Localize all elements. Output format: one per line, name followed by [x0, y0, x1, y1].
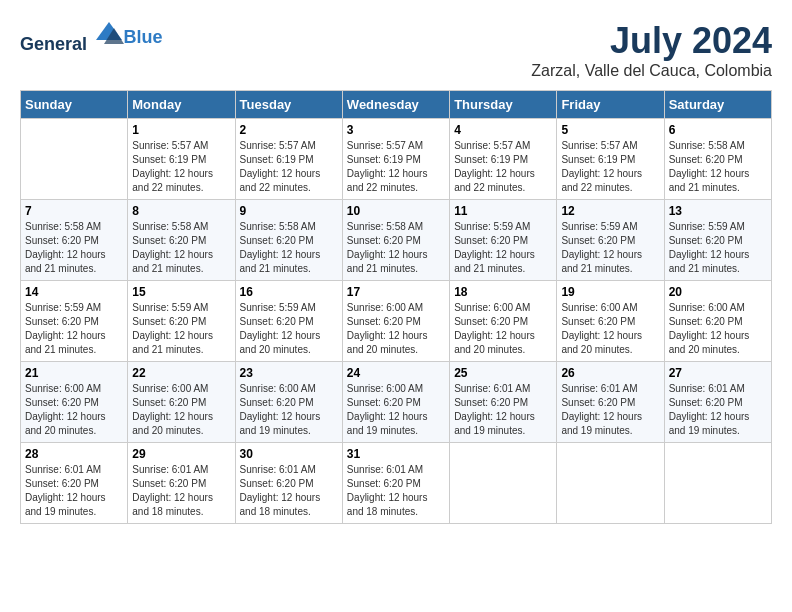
logo-icon	[94, 20, 124, 50]
calendar-cell: 8Sunrise: 5:58 AM Sunset: 6:20 PM Daylig…	[128, 200, 235, 281]
day-info: Sunrise: 6:00 AM Sunset: 6:20 PM Dayligh…	[669, 301, 767, 357]
day-number: 28	[25, 447, 123, 461]
calendar-cell: 25Sunrise: 6:01 AM Sunset: 6:20 PM Dayli…	[450, 362, 557, 443]
header-day-friday: Friday	[557, 91, 664, 119]
logo-general: General	[20, 34, 87, 54]
week-row-2: 7Sunrise: 5:58 AM Sunset: 6:20 PM Daylig…	[21, 200, 772, 281]
calendar-cell: 16Sunrise: 5:59 AM Sunset: 6:20 PM Dayli…	[235, 281, 342, 362]
day-info: Sunrise: 5:57 AM Sunset: 6:19 PM Dayligh…	[347, 139, 445, 195]
day-number: 22	[132, 366, 230, 380]
header: General Blue July 2024 Zarzal, Valle del…	[20, 20, 772, 80]
title-section: July 2024 Zarzal, Valle del Cauca, Colom…	[531, 20, 772, 80]
main-title: July 2024	[531, 20, 772, 62]
day-info: Sunrise: 5:57 AM Sunset: 6:19 PM Dayligh…	[240, 139, 338, 195]
calendar-cell: 1Sunrise: 5:57 AM Sunset: 6:19 PM Daylig…	[128, 119, 235, 200]
calendar-cell	[557, 443, 664, 524]
header-day-sunday: Sunday	[21, 91, 128, 119]
day-info: Sunrise: 6:01 AM Sunset: 6:20 PM Dayligh…	[132, 463, 230, 519]
day-number: 6	[669, 123, 767, 137]
calendar-cell: 30Sunrise: 6:01 AM Sunset: 6:20 PM Dayli…	[235, 443, 342, 524]
day-info: Sunrise: 6:01 AM Sunset: 6:20 PM Dayligh…	[454, 382, 552, 438]
calendar-cell: 3Sunrise: 5:57 AM Sunset: 6:19 PM Daylig…	[342, 119, 449, 200]
calendar-cell: 7Sunrise: 5:58 AM Sunset: 6:20 PM Daylig…	[21, 200, 128, 281]
day-number: 16	[240, 285, 338, 299]
calendar-cell: 4Sunrise: 5:57 AM Sunset: 6:19 PM Daylig…	[450, 119, 557, 200]
calendar-cell: 9Sunrise: 5:58 AM Sunset: 6:20 PM Daylig…	[235, 200, 342, 281]
day-number: 29	[132, 447, 230, 461]
day-info: Sunrise: 5:58 AM Sunset: 6:20 PM Dayligh…	[132, 220, 230, 276]
day-info: Sunrise: 6:00 AM Sunset: 6:20 PM Dayligh…	[347, 382, 445, 438]
day-info: Sunrise: 5:59 AM Sunset: 6:20 PM Dayligh…	[240, 301, 338, 357]
calendar-cell: 21Sunrise: 6:00 AM Sunset: 6:20 PM Dayli…	[21, 362, 128, 443]
day-number: 9	[240, 204, 338, 218]
day-info: Sunrise: 6:00 AM Sunset: 6:20 PM Dayligh…	[561, 301, 659, 357]
day-info: Sunrise: 5:57 AM Sunset: 6:19 PM Dayligh…	[454, 139, 552, 195]
day-number: 26	[561, 366, 659, 380]
day-number: 2	[240, 123, 338, 137]
day-info: Sunrise: 5:59 AM Sunset: 6:20 PM Dayligh…	[454, 220, 552, 276]
day-number: 31	[347, 447, 445, 461]
header-day-thursday: Thursday	[450, 91, 557, 119]
calendar-cell: 28Sunrise: 6:01 AM Sunset: 6:20 PM Dayli…	[21, 443, 128, 524]
day-info: Sunrise: 5:59 AM Sunset: 6:20 PM Dayligh…	[561, 220, 659, 276]
header-day-tuesday: Tuesday	[235, 91, 342, 119]
calendar-header: SundayMondayTuesdayWednesdayThursdayFrid…	[21, 91, 772, 119]
calendar-cell: 12Sunrise: 5:59 AM Sunset: 6:20 PM Dayli…	[557, 200, 664, 281]
day-info: Sunrise: 6:01 AM Sunset: 6:20 PM Dayligh…	[561, 382, 659, 438]
day-number: 3	[347, 123, 445, 137]
day-number: 11	[454, 204, 552, 218]
calendar-cell: 24Sunrise: 6:00 AM Sunset: 6:20 PM Dayli…	[342, 362, 449, 443]
calendar-cell: 18Sunrise: 6:00 AM Sunset: 6:20 PM Dayli…	[450, 281, 557, 362]
week-row-4: 21Sunrise: 6:00 AM Sunset: 6:20 PM Dayli…	[21, 362, 772, 443]
logo-blue: Blue	[124, 27, 163, 48]
day-info: Sunrise: 6:01 AM Sunset: 6:20 PM Dayligh…	[25, 463, 123, 519]
day-number: 14	[25, 285, 123, 299]
day-number: 7	[25, 204, 123, 218]
calendar-cell: 13Sunrise: 5:59 AM Sunset: 6:20 PM Dayli…	[664, 200, 771, 281]
day-number: 25	[454, 366, 552, 380]
calendar-cell: 15Sunrise: 5:59 AM Sunset: 6:20 PM Dayli…	[128, 281, 235, 362]
day-number: 19	[561, 285, 659, 299]
calendar-cell: 5Sunrise: 5:57 AM Sunset: 6:19 PM Daylig…	[557, 119, 664, 200]
calendar-body: 1Sunrise: 5:57 AM Sunset: 6:19 PM Daylig…	[21, 119, 772, 524]
day-number: 10	[347, 204, 445, 218]
day-number: 24	[347, 366, 445, 380]
day-info: Sunrise: 5:58 AM Sunset: 6:20 PM Dayligh…	[669, 139, 767, 195]
day-info: Sunrise: 5:58 AM Sunset: 6:20 PM Dayligh…	[347, 220, 445, 276]
day-info: Sunrise: 5:59 AM Sunset: 6:20 PM Dayligh…	[669, 220, 767, 276]
week-row-3: 14Sunrise: 5:59 AM Sunset: 6:20 PM Dayli…	[21, 281, 772, 362]
calendar-cell: 11Sunrise: 5:59 AM Sunset: 6:20 PM Dayli…	[450, 200, 557, 281]
day-number: 5	[561, 123, 659, 137]
day-number: 27	[669, 366, 767, 380]
calendar-cell: 19Sunrise: 6:00 AM Sunset: 6:20 PM Dayli…	[557, 281, 664, 362]
calendar-cell: 14Sunrise: 5:59 AM Sunset: 6:20 PM Dayli…	[21, 281, 128, 362]
header-day-monday: Monday	[128, 91, 235, 119]
day-number: 20	[669, 285, 767, 299]
calendar-cell: 27Sunrise: 6:01 AM Sunset: 6:20 PM Dayli…	[664, 362, 771, 443]
day-info: Sunrise: 5:58 AM Sunset: 6:20 PM Dayligh…	[240, 220, 338, 276]
header-row: SundayMondayTuesdayWednesdayThursdayFrid…	[21, 91, 772, 119]
calendar-cell	[450, 443, 557, 524]
day-info: Sunrise: 6:01 AM Sunset: 6:20 PM Dayligh…	[347, 463, 445, 519]
week-row-5: 28Sunrise: 6:01 AM Sunset: 6:20 PM Dayli…	[21, 443, 772, 524]
calendar-cell: 22Sunrise: 6:00 AM Sunset: 6:20 PM Dayli…	[128, 362, 235, 443]
header-day-saturday: Saturday	[664, 91, 771, 119]
day-info: Sunrise: 6:00 AM Sunset: 6:20 PM Dayligh…	[240, 382, 338, 438]
day-info: Sunrise: 5:57 AM Sunset: 6:19 PM Dayligh…	[561, 139, 659, 195]
day-number: 18	[454, 285, 552, 299]
week-row-1: 1Sunrise: 5:57 AM Sunset: 6:19 PM Daylig…	[21, 119, 772, 200]
day-info: Sunrise: 5:57 AM Sunset: 6:19 PM Dayligh…	[132, 139, 230, 195]
calendar-cell: 29Sunrise: 6:01 AM Sunset: 6:20 PM Dayli…	[128, 443, 235, 524]
calendar-table: SundayMondayTuesdayWednesdayThursdayFrid…	[20, 90, 772, 524]
day-info: Sunrise: 6:01 AM Sunset: 6:20 PM Dayligh…	[669, 382, 767, 438]
day-info: Sunrise: 5:59 AM Sunset: 6:20 PM Dayligh…	[25, 301, 123, 357]
calendar-cell: 6Sunrise: 5:58 AM Sunset: 6:20 PM Daylig…	[664, 119, 771, 200]
day-info: Sunrise: 5:58 AM Sunset: 6:20 PM Dayligh…	[25, 220, 123, 276]
calendar-cell: 17Sunrise: 6:00 AM Sunset: 6:20 PM Dayli…	[342, 281, 449, 362]
calendar-cell: 2Sunrise: 5:57 AM Sunset: 6:19 PM Daylig…	[235, 119, 342, 200]
calendar-cell	[21, 119, 128, 200]
day-info: Sunrise: 5:59 AM Sunset: 6:20 PM Dayligh…	[132, 301, 230, 357]
day-info: Sunrise: 6:00 AM Sunset: 6:20 PM Dayligh…	[132, 382, 230, 438]
day-number: 21	[25, 366, 123, 380]
day-info: Sunrise: 6:01 AM Sunset: 6:20 PM Dayligh…	[240, 463, 338, 519]
